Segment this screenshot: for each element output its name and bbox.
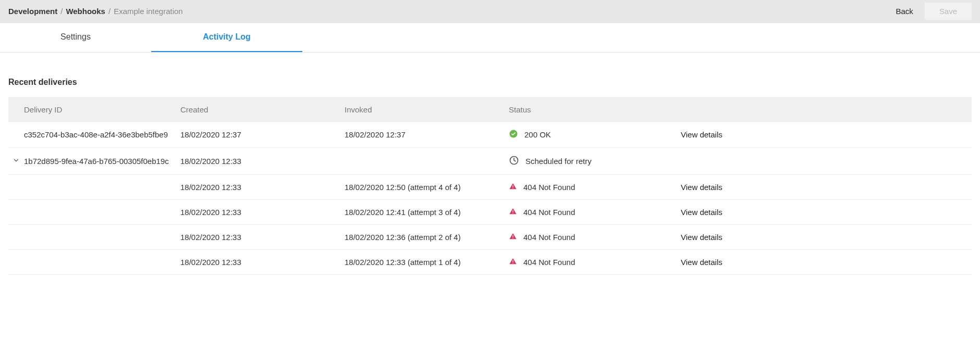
cell-status-text: 404 Not Found (523, 208, 575, 217)
svg-rect-2 (512, 185, 513, 187)
view-details-link[interactable]: View details (681, 258, 722, 267)
cell-invoked: 18/02/2020 12:37 (345, 130, 509, 139)
warning-icon (509, 182, 517, 192)
view-details-link[interactable]: View details (681, 233, 722, 242)
header-status: Status (509, 105, 681, 114)
breadcrumb-sep: / (60, 7, 63, 16)
cell-delivery-id: c352c704-b3ac-408e-a2f4-36e3beb5fbe9 (24, 130, 180, 139)
breadcrumb-development[interactable]: Development (8, 7, 57, 16)
breadcrumb-current: Example integration (114, 7, 183, 16)
section-title: Recent deliveries (8, 78, 972, 87)
table-header: Delivery ID Created Invoked Status (8, 97, 972, 122)
clock-icon (509, 155, 519, 167)
svg-rect-9 (512, 263, 513, 263)
cell-status-text: 404 Not Found (523, 233, 575, 242)
tabs: Settings Activity Log (0, 23, 980, 53)
svg-rect-6 (512, 235, 513, 237)
breadcrumb-sep: / (108, 7, 111, 16)
cell-created: 18/02/2020 12:33 (180, 233, 345, 242)
cell-created: 18/02/2020 12:33 (180, 208, 345, 217)
cell-created: 18/02/2020 12:33 (180, 183, 345, 192)
view-details-link[interactable]: View details (681, 208, 722, 217)
cell-invoked: 18/02/2020 12:50 (attempt 4 of 4) (345, 183, 509, 192)
header-created: Created (180, 105, 345, 114)
table-row: 18/02/2020 12:33 18/02/2020 12:41 (attem… (8, 200, 972, 225)
table-row: 18/02/2020 12:33 18/02/2020 12:36 (attem… (8, 225, 972, 250)
breadcrumb: Development / Webhooks / Example integra… (8, 7, 183, 16)
warning-icon (509, 207, 517, 217)
cell-invoked: 18/02/2020 12:36 (attempt 2 of 4) (345, 233, 509, 242)
warning-icon (509, 257, 517, 267)
back-button[interactable]: Back (890, 4, 918, 19)
table-row: c352c704-b3ac-408e-a2f4-36e3beb5fbe9 18/… (8, 122, 972, 148)
cell-invoked: 18/02/2020 12:33 (attempt 1 of 4) (345, 258, 509, 267)
content: Recent deliveries Delivery ID Created In… (0, 53, 980, 275)
svg-rect-8 (512, 260, 513, 262)
tab-settings[interactable]: Settings (0, 23, 151, 52)
cell-status-text: 404 Not Found (523, 258, 575, 267)
topbar: Development / Webhooks / Example integra… (0, 0, 980, 23)
table-row: 18/02/2020 12:33 18/02/2020 12:50 (attem… (8, 175, 972, 200)
cell-created: 18/02/2020 12:33 (180, 157, 345, 166)
cell-status-text: Scheduled for retry (525, 157, 592, 166)
breadcrumb-webhooks[interactable]: Webhooks (66, 7, 105, 16)
header-delivery-id: Delivery ID (24, 105, 180, 114)
view-details-link[interactable]: View details (681, 130, 722, 139)
view-details-link[interactable]: View details (681, 183, 722, 192)
topbar-actions: Back Save (890, 3, 972, 20)
svg-rect-5 (512, 213, 513, 213)
save-button[interactable]: Save (925, 3, 972, 20)
cell-delivery-id: 1b72d895-9fea-47a6-b765-00305f0eb19c (24, 157, 180, 166)
table-row: 18/02/2020 12:33 18/02/2020 12:33 (attem… (8, 250, 972, 275)
check-circle-icon (509, 129, 518, 140)
svg-rect-3 (512, 188, 513, 188)
chevron-down-icon[interactable] (13, 157, 20, 166)
cell-created: 18/02/2020 12:37 (180, 130, 345, 139)
cell-status-text: 404 Not Found (523, 183, 575, 192)
svg-rect-4 (512, 210, 513, 212)
cell-invoked: 18/02/2020 12:41 (attempt 3 of 4) (345, 208, 509, 217)
header-invoked: Invoked (345, 105, 509, 114)
cell-created: 18/02/2020 12:33 (180, 258, 345, 267)
cell-status-text: 200 OK (524, 130, 551, 139)
warning-icon (509, 232, 517, 242)
svg-rect-7 (512, 238, 513, 238)
table-row: 1b72d895-9fea-47a6-b765-00305f0eb19c 18/… (8, 148, 972, 175)
tab-activity-log[interactable]: Activity Log (151, 23, 302, 52)
